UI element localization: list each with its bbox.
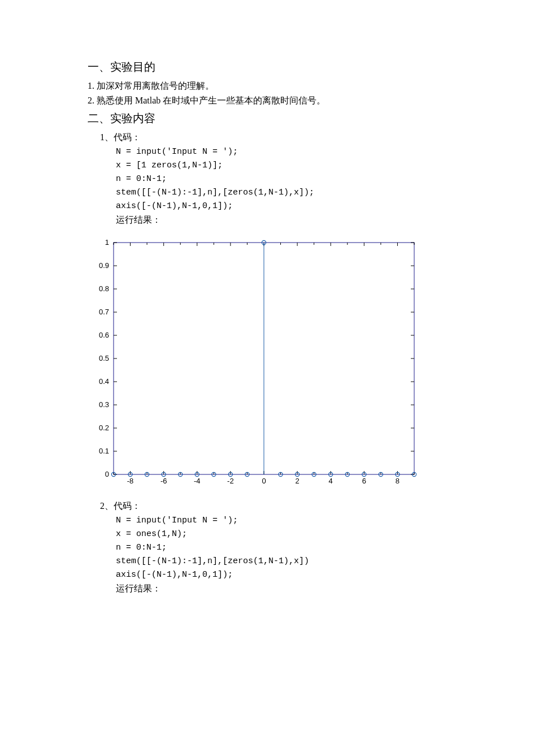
block2-run-label: 运行结果： bbox=[116, 582, 466, 595]
section1-heading: 一、实验目的 bbox=[88, 59, 466, 75]
svg-text:6: 6 bbox=[362, 477, 366, 485]
svg-text:4: 4 bbox=[329, 477, 333, 485]
svg-text:-2: -2 bbox=[227, 477, 234, 485]
block1-code-line-3: n = 0:N-1; bbox=[116, 172, 466, 186]
block2-code-line-3: n = 0:N-1; bbox=[116, 541, 466, 555]
block2-code-line-4: stem([[-(N-1):-1],n],[zeros(1,N-1),x]) bbox=[116, 555, 466, 568]
svg-text:-8: -8 bbox=[127, 477, 134, 485]
svg-text:2: 2 bbox=[295, 477, 299, 485]
svg-text:0.2: 0.2 bbox=[99, 424, 109, 432]
block1-head: 1、代码： bbox=[100, 131, 466, 144]
svg-text:0.4: 0.4 bbox=[99, 377, 109, 386]
block1-code-line-1: N = input('Input N = '); bbox=[116, 145, 466, 159]
block2-head: 2、代码： bbox=[100, 499, 466, 513]
svg-text:-6: -6 bbox=[160, 477, 167, 485]
svg-text:0.3: 0.3 bbox=[99, 400, 109, 409]
stem-chart: 00.10.20.30.40.50.60.70.80.91-8-6-4-2024… bbox=[88, 238, 466, 487]
svg-text:0.7: 0.7 bbox=[99, 308, 109, 316]
section1-item-1: 1. 加深对常用离散信号的理解。 bbox=[88, 79, 466, 93]
svg-text:0.5: 0.5 bbox=[99, 354, 109, 362]
section1-item-2: 2. 熟悉使用 Matlab 在时域中产生一些基本的离散时间信号。 bbox=[88, 94, 466, 107]
section2-heading: 二、实验内容 bbox=[88, 111, 466, 126]
block1-code-line-5: axis([-(N-1),N-1,0,1]); bbox=[116, 200, 466, 213]
svg-text:0.6: 0.6 bbox=[99, 331, 109, 339]
block1-code-line-2: x = [1 zeros(1,N-1)]; bbox=[116, 159, 466, 172]
svg-text:0.1: 0.1 bbox=[99, 447, 109, 455]
svg-text:8: 8 bbox=[396, 477, 400, 485]
svg-text:0: 0 bbox=[262, 477, 266, 485]
svg-text:-4: -4 bbox=[194, 477, 201, 485]
block2-code-line-2: x = ones(1,N); bbox=[116, 528, 466, 541]
svg-text:0: 0 bbox=[105, 470, 109, 478]
block2-code-line-1: N = input('Input N = '); bbox=[116, 514, 466, 528]
svg-text:0.8: 0.8 bbox=[99, 284, 109, 293]
block1-run-label: 运行结果： bbox=[116, 213, 466, 227]
svg-text:0.9: 0.9 bbox=[99, 261, 109, 270]
block2-code-line-5: axis([-(N-1),N-1,0,1]); bbox=[116, 568, 466, 582]
svg-text:1: 1 bbox=[105, 238, 109, 247]
block1-code-line-4: stem([[-(N-1):-1],n],[zeros(1,N-1),x]); bbox=[116, 186, 466, 200]
